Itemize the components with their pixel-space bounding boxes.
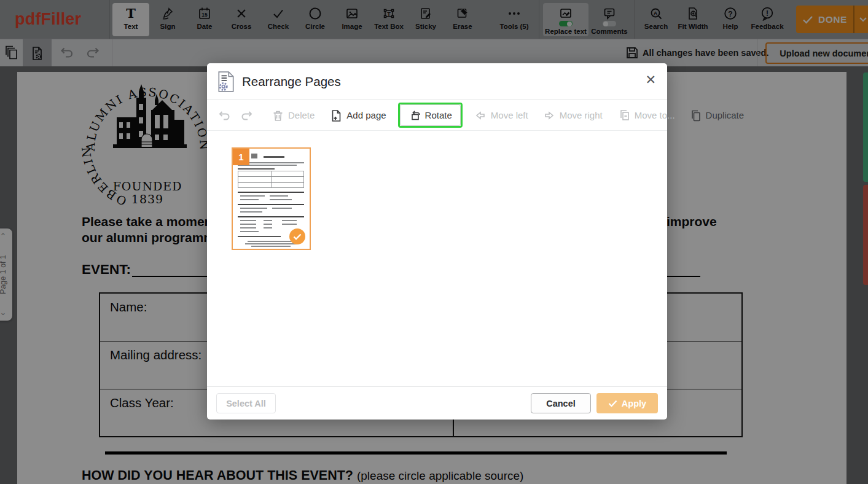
- apply-button[interactable]: Apply: [596, 393, 658, 413]
- close-icon[interactable]: ✕: [645, 73, 656, 86]
- arrow-left-icon: [474, 110, 487, 121]
- page-thumbnail[interactable]: 1: [232, 147, 311, 250]
- dialog-title: Rearrange Pages: [242, 74, 341, 89]
- move-left-button[interactable]: Move left: [474, 110, 528, 121]
- page-number-badge: 1: [233, 149, 249, 165]
- rotate-button[interactable]: Rotate: [400, 104, 461, 126]
- dialog-toolbar: Delete Add page Rotate Move left Move ri…: [207, 100, 667, 131]
- rearrange-pages-dialog: Rearrange Pages ✕ Delete Add page: [207, 63, 667, 420]
- trash-icon: [272, 109, 284, 122]
- delete-page-button[interactable]: Delete: [272, 109, 315, 122]
- pages-grid: 1: [207, 131, 667, 386]
- move-right-button[interactable]: Move right: [543, 110, 603, 121]
- arrow-right-icon: [543, 110, 555, 121]
- add-page-icon: [330, 109, 342, 122]
- move-to-button[interactable]: Move to...: [619, 109, 675, 122]
- add-page-button[interactable]: Add page: [330, 109, 386, 122]
- dialog-header: Rearrange Pages ✕: [207, 63, 667, 100]
- page-selected-check[interactable]: [289, 228, 305, 244]
- select-all-button[interactable]: Select All: [216, 393, 276, 413]
- dialog-redo-button[interactable]: [240, 109, 255, 122]
- move-to-pages-icon: [619, 109, 630, 122]
- duplicate-button[interactable]: Duplicate: [690, 109, 745, 122]
- app-window: pdfFiller T Text Sign 15 Date Cross: [0, 0, 868, 484]
- cancel-button[interactable]: Cancel: [531, 393, 591, 413]
- dialog-footer: Select All Cancel Apply: [207, 386, 667, 420]
- rotate-highlight-box: Rotate: [398, 103, 463, 128]
- check-icon: [608, 400, 617, 407]
- dialog-undo-button[interactable]: [216, 109, 232, 122]
- check-icon: [293, 233, 302, 240]
- duplicate-pages-icon: [690, 109, 702, 122]
- rearrange-pages-icon: [217, 71, 235, 92]
- rotate-icon: [409, 109, 421, 121]
